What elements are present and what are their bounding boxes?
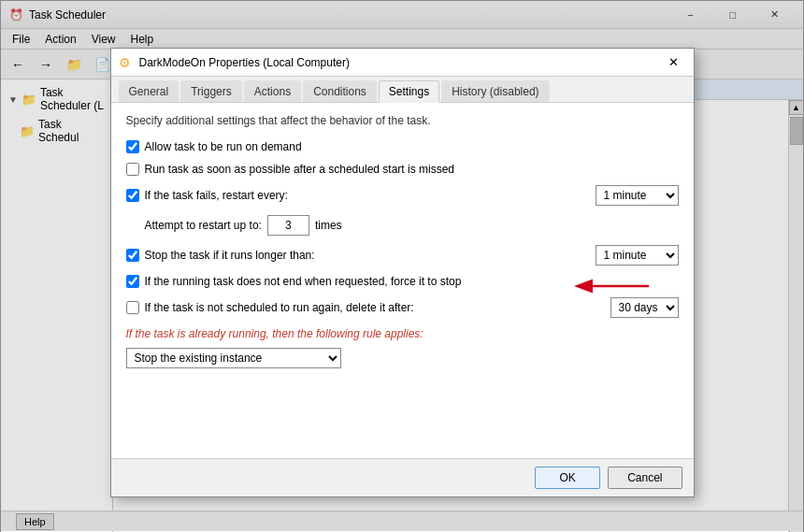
main-window: ⏰ Task Scheduler − □ ✕ File Action View … xyxy=(0,0,804,532)
dialog-title: DarkModeOn Properties (Local Computer) xyxy=(139,56,662,69)
attempt-restart-row: Attempt to restart up to: times xyxy=(145,215,679,236)
dialog-close-button[interactable]: ✕ xyxy=(662,50,686,75)
stop-longer-select[interactable]: 1 minute 5 minutes 30 minutes xyxy=(596,245,679,266)
force-stop-checkbox[interactable] xyxy=(126,275,139,288)
running-rule-label: If the task is already running, then the… xyxy=(126,327,679,340)
allow-demand-checkbox[interactable] xyxy=(126,140,139,153)
ok-button[interactable]: OK xyxy=(535,467,600,489)
tab-conditions[interactable]: Conditions xyxy=(303,80,377,102)
delete-after-dropdown-container: 30 days 7 days 60 days xyxy=(610,297,679,318)
dialog-footer: OK Cancel xyxy=(111,458,694,496)
tab-history[interactable]: History (disabled) xyxy=(441,80,549,102)
dialog-icon: ⚙ xyxy=(119,55,134,70)
stop-longer-row: Stop the task if it runs longer than: 1 … xyxy=(126,245,679,266)
stop-longer-label: Stop the task if it runs longer than: xyxy=(145,249,590,262)
dialog-overlay: ⚙ DarkModeOn Properties (Local Computer)… xyxy=(1,1,803,531)
restart-every-checkbox[interactable] xyxy=(126,189,139,202)
times-label: times xyxy=(315,219,342,232)
tab-actions[interactable]: Actions xyxy=(244,80,301,102)
delete-after-select[interactable]: 30 days 7 days 60 days xyxy=(610,297,679,318)
delete-after-label: If the task is not scheduled to run agai… xyxy=(145,301,605,314)
force-stop-row: If the running task does not end when re… xyxy=(126,275,679,288)
run-asap-checkbox[interactable] xyxy=(126,163,139,176)
stop-longer-checkbox[interactable] xyxy=(126,249,139,262)
force-stop-label: If the running task does not end when re… xyxy=(145,275,679,288)
tab-triggers[interactable]: Triggers xyxy=(180,80,242,102)
allow-demand-label: Allow task to be run on demand xyxy=(145,140,679,153)
delete-after-checkbox[interactable] xyxy=(126,301,139,314)
running-rule-dropdown-container: Stop the existing instance Do not start … xyxy=(126,348,679,368)
dialog-tabs: General Triggers Actions Conditions Sett… xyxy=(111,77,694,103)
restart-every-label: If the task fails, restart every: xyxy=(145,189,590,202)
tab-general[interactable]: General xyxy=(119,80,179,102)
run-asap-label: Run task as soon as possible after a sch… xyxy=(145,163,679,176)
restart-every-dropdown-container: 1 minute 5 minutes 10 minutes xyxy=(596,185,679,206)
run-asap-row: Run task as soon as possible after a sch… xyxy=(126,163,679,176)
stop-longer-dropdown-container: 1 minute 5 minutes 30 minutes xyxy=(596,245,679,266)
tab-settings[interactable]: Settings xyxy=(379,80,439,103)
attempt-label: Attempt to restart up to: xyxy=(145,219,262,232)
allow-demand-row: Allow task to be run on demand xyxy=(126,140,679,153)
dialog: ⚙ DarkModeOn Properties (Local Computer)… xyxy=(110,48,695,497)
dialog-body: Specify additional settings that affect … xyxy=(111,103,694,458)
dialog-description: Specify additional settings that affect … xyxy=(126,114,679,127)
restart-every-row: If the task fails, restart every: 1 minu… xyxy=(126,185,679,206)
delete-after-row: If the task is not scheduled to run agai… xyxy=(126,297,679,318)
cancel-button[interactable]: Cancel xyxy=(608,467,682,489)
running-rule-select[interactable]: Stop the existing instance Do not start … xyxy=(126,348,341,368)
dialog-title-bar: ⚙ DarkModeOn Properties (Local Computer)… xyxy=(111,49,694,77)
restart-every-select[interactable]: 1 minute 5 minutes 10 minutes xyxy=(596,185,679,206)
restart-attempts-input[interactable] xyxy=(267,215,309,236)
